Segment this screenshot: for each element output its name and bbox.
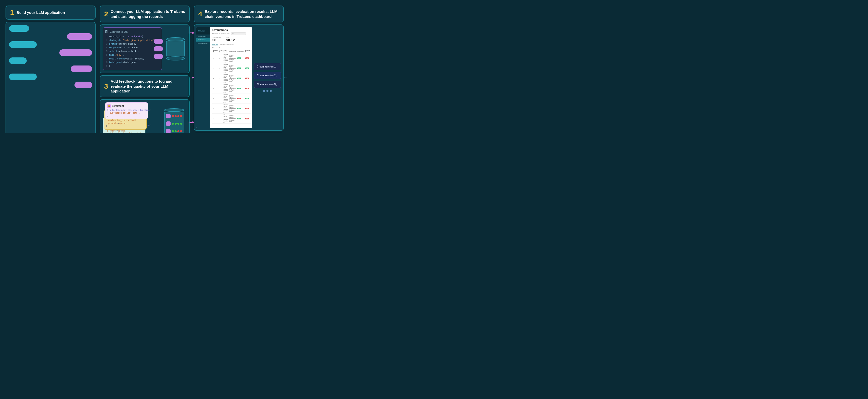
chat-bubble-human-3 bbox=[9, 57, 27, 64]
dot-red-3 bbox=[177, 115, 179, 117]
db2-row-3 bbox=[166, 129, 182, 133]
nav-dots bbox=[254, 90, 281, 92]
code-line-1: 1 record_id = tru.add_data( bbox=[105, 35, 160, 38]
code-line-2: 2 chain_id='Chain1_ChatApplication', bbox=[105, 39, 160, 42]
nav-dot-3[interactable] bbox=[270, 90, 272, 92]
step-1-title: Build your LLM application bbox=[17, 10, 65, 15]
table-row: 1 ... Find me flights from Berlin to Lon… bbox=[212, 53, 251, 63]
db-icon: 🗄 bbox=[105, 30, 108, 33]
ds-sidebar-evaluations[interactable]: Evaluations bbox=[196, 38, 210, 41]
ds-table: Record ID Chain ID User Input Response R… bbox=[212, 49, 251, 124]
fc-sentiment-title: Sentiment bbox=[112, 105, 124, 107]
fc-sentiment-icon: 😊 bbox=[107, 104, 111, 108]
panel-3: 4 Explore records, evaluation results, L… bbox=[192, 3, 286, 133]
step-3-title: Add feedback functions to log and evalua… bbox=[111, 79, 185, 94]
dashboard-area: → TruLens Leaderboard Evaluations Docume… bbox=[194, 24, 284, 131]
ds-main: Evaluations Filter chains (multi select)… bbox=[212, 28, 251, 124]
step-4-number: 4 bbox=[198, 10, 202, 18]
db2-top bbox=[164, 108, 184, 112]
dot-red-5 bbox=[177, 130, 179, 132]
ds-filter-label: Filter chains (multi select) bbox=[212, 33, 229, 34]
chat-bubble-human-4 bbox=[9, 74, 37, 80]
right-arrow-in: ← bbox=[283, 75, 288, 80]
chat-bubble-ai-3 bbox=[71, 65, 92, 72]
step-4-title: Explore records, evaluation results, LLM… bbox=[205, 9, 279, 19]
table-row: 6 ... Find me flights from Berlin to Lon… bbox=[212, 104, 251, 114]
dot-green-6 bbox=[175, 130, 177, 132]
dashboard-screenshot: TruLens Leaderboard Evaluations Document… bbox=[196, 27, 252, 128]
dot-green-2 bbox=[175, 123, 177, 125]
step-3-header: 3 Add feedback functions to log and eval… bbox=[100, 75, 190, 97]
code-line-4: 4 response=llm_response, bbox=[105, 46, 160, 49]
bracket-dot-mid bbox=[192, 77, 194, 78]
chat-bubble-ai-4 bbox=[74, 82, 92, 88]
nav-dot-1[interactable] bbox=[263, 90, 265, 92]
dot-green-5 bbox=[172, 130, 174, 132]
dot-red-4 bbox=[180, 115, 182, 117]
step-4-header: 4 Explore records, evaluation results, L… bbox=[194, 5, 284, 22]
dot-red-1 bbox=[172, 115, 174, 117]
nav-dot-2[interactable] bbox=[267, 90, 269, 92]
table-row: 2 ... Find me flights from Berlin to Lon… bbox=[212, 63, 251, 73]
code-box-header: 🗄 Connect to DB bbox=[105, 30, 160, 33]
chain-versions-area: ← Chain version 1_ Chain version 2_ Chai… bbox=[254, 27, 281, 128]
ds-logo: TruLens bbox=[198, 30, 205, 32]
table-row: 5 ... Find me flights from Berlin to Lon… bbox=[212, 93, 251, 104]
chat-bubble-human-1 bbox=[9, 25, 29, 32]
table-row: 3 ... Find me flights from Berlin to Lon… bbox=[212, 73, 251, 83]
db2-body bbox=[164, 112, 184, 133]
step-3-number: 3 bbox=[104, 83, 108, 90]
chat-messages bbox=[9, 25, 92, 132]
db2-row-1 bbox=[166, 114, 182, 118]
col-user-input: User Input bbox=[223, 49, 229, 53]
code-line-3: 3 prompt=prompt_input, bbox=[105, 42, 160, 46]
chain-version-3[interactable]: Chain version 3_ bbox=[254, 81, 281, 88]
code-box-title: Connect to DB bbox=[110, 30, 128, 33]
code-line-5: 5 details=chain_details, bbox=[105, 50, 160, 53]
chat-area: Human AI Agent ➤ bbox=[5, 22, 96, 133]
code-line-8: 8 total_cost=total_cost bbox=[105, 61, 160, 64]
db2-mini-box-3 bbox=[166, 129, 170, 133]
dot-red-6 bbox=[180, 130, 182, 132]
col-chain-id: Chain ID bbox=[218, 49, 223, 53]
ds-sidebar-leaderboard[interactable]: Leaderboard bbox=[196, 34, 210, 38]
fc-sentiment-code: tru_feedback.get_relevance_function( eva… bbox=[107, 109, 146, 117]
ds-sidebar-docs[interactable]: Documentation bbox=[196, 41, 210, 45]
ds-total-records: Total records 30 bbox=[212, 36, 221, 42]
db2-mini-box-2 bbox=[166, 121, 170, 126]
ds-total-records-value: 30 bbox=[212, 38, 221, 42]
bracket-dot-bot bbox=[192, 121, 194, 123]
dot-red-2 bbox=[175, 115, 177, 117]
ds-cost-value: $0.12 bbox=[226, 38, 235, 42]
chain-version-2[interactable]: Chain version 2_ bbox=[254, 72, 281, 79]
feedback-card-sentiment: 😊 Sentiment tru_feedback.get_relevance_f… bbox=[105, 102, 148, 119]
chat-bubble-ai-1 bbox=[67, 33, 92, 40]
code-line-6: 6 tags='dev', bbox=[105, 53, 160, 57]
dot-green-1 bbox=[172, 123, 174, 125]
db-cylinder bbox=[166, 37, 185, 60]
ds-filter-row: Filter chains (multi select) ▼ bbox=[212, 32, 251, 35]
ds-tab-feedback[interactable]: Feedback Functions bbox=[220, 44, 234, 46]
db-bottom bbox=[166, 56, 185, 60]
panel-2: 2 Connect your LLM application to TruLen… bbox=[98, 3, 192, 133]
table-row: 7 ... Find me flights from Berlin to Lon… bbox=[212, 114, 251, 124]
table-row: 4 ... Find me flights from Berlin to Lon… bbox=[212, 83, 251, 93]
step-2-title: Connect your LLM application to TruLens … bbox=[111, 9, 185, 19]
chain-version-1[interactable]: Chain version 1_ bbox=[254, 63, 281, 70]
chat-bubble-ai-2 bbox=[59, 49, 92, 56]
db-bubble-1 bbox=[154, 39, 163, 44]
col-prompt-t: Prompt T bbox=[245, 49, 251, 53]
ds-tab-records[interactable]: Records bbox=[212, 44, 218, 46]
dot-green-4 bbox=[180, 123, 182, 125]
step-1-number: 1 bbox=[10, 9, 14, 16]
code-line-7: 7 total_tokens=total_tokens, bbox=[105, 57, 160, 60]
ds-filter-select[interactable]: ▼ bbox=[231, 32, 246, 35]
feedback-cards: 😊 Sentiment tru_feedback.get_relevance_f… bbox=[103, 102, 159, 133]
ds-stats: Total records 30 Cost $0.12 bbox=[212, 36, 251, 42]
db2-row-2 bbox=[166, 121, 182, 126]
panel-1: 1 Build your LLM application Human AI Ag… bbox=[3, 3, 98, 133]
fc-sentiment-header: 😊 Sentiment bbox=[107, 104, 146, 108]
db2-dots-3 bbox=[172, 130, 182, 132]
bracket-dot-top bbox=[192, 32, 194, 34]
ds-logo-area: TruLens bbox=[196, 27, 210, 34]
